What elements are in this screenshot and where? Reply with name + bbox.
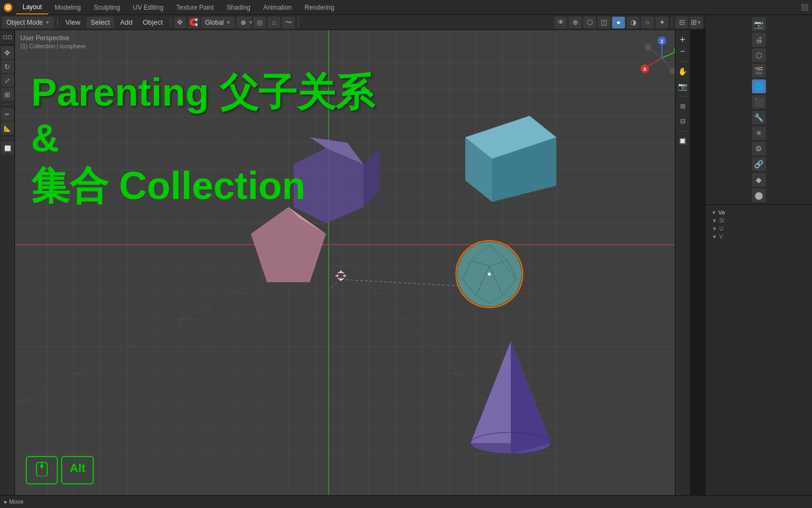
annotate-tool[interactable]: ✏ — [1, 108, 14, 121]
camera-view-btn[interactable]: 📷 — [676, 80, 689, 93]
move-tool-icon[interactable]: ✥ — [174, 17, 186, 28]
sl-section: ▼ Sl — [707, 217, 810, 225]
physics-icon[interactable]: ⚙ — [752, 142, 766, 156]
separator2 — [170, 18, 171, 27]
pivot-selector[interactable]: ⊕▼ — [236, 17, 251, 28]
transform-selector[interactable]: Global ▼ — [201, 17, 235, 28]
tab-rendering[interactable]: Rendering — [298, 0, 340, 14]
object-menu[interactable]: Object — [138, 17, 167, 28]
mode-selector[interactable]: Object Mode ▼ — [2, 17, 54, 28]
top-tabs-bar: Layout Modeling Sculpting UV Editing Tex… — [0, 0, 812, 15]
toolbar-separator2 — [3, 138, 12, 138]
viewport-label: User Perspective (1) Collection | Icosph… — [20, 34, 86, 49]
rendered-shading[interactable]: ○ — [641, 17, 654, 28]
world-props-icon[interactable]: 🌐 — [752, 79, 766, 93]
svg-line-86 — [649, 48, 662, 58]
key-middle-mouse — [26, 456, 58, 484]
constraints-icon[interactable]: 🔗 — [752, 157, 766, 171]
viewport-3d[interactable]: User Perspective (1) Collection | Icosph… — [15, 30, 690, 495]
view-menu[interactable]: View — [61, 17, 85, 28]
tab-shading[interactable]: Shading — [220, 0, 257, 14]
nav-sep3 — [678, 131, 688, 131]
xray-toggle[interactable]: ◫ — [598, 17, 610, 28]
proportional-curve[interactable]: 〜 — [282, 17, 295, 28]
separator4 — [672, 18, 672, 27]
svg-line-78 — [646, 58, 662, 68]
visibility-icon[interactable]: 👁 — [554, 17, 567, 28]
key-display: Alt — [26, 456, 94, 484]
separator3 — [298, 18, 299, 27]
separator — [57, 18, 58, 27]
svg-point-2 — [7, 6, 9, 9]
gizmo-icon[interactable]: ⊕ — [569, 17, 582, 28]
move-label[interactable]: ▸ Move — [4, 498, 24, 505]
add-cube-tool[interactable]: ⬜ — [1, 142, 14, 154]
add-menu[interactable]: Add — [116, 17, 137, 28]
view-layer-icon[interactable]: ⬡ — [752, 48, 766, 62]
zoom-out-btn[interactable]: − — [676, 45, 689, 58]
svg-line-43 — [15, 245, 329, 406]
zoom-in-btn[interactable]: + — [676, 33, 689, 46]
svg-text:X: X — [643, 67, 646, 72]
ve-section: ▼ Ve — [707, 207, 810, 217]
select-menu[interactable]: Select — [86, 17, 114, 28]
tab-uv-editing[interactable]: UV Editing — [126, 0, 170, 14]
render-region-btn[interactable]: ⊟ — [676, 115, 689, 128]
layout-icon[interactable]: ⊟ — [675, 17, 688, 28]
data-icon[interactable]: ◆ — [752, 173, 766, 187]
scale-tool[interactable]: ⤢ — [1, 74, 14, 87]
viewport-icon[interactable]: ⊞▼ — [690, 17, 703, 28]
move-tool[interactable]: ✥ — [1, 46, 14, 59]
svg-point-90 — [40, 465, 43, 468]
output-props-icon[interactable]: 🖨 — [752, 33, 766, 47]
svg-line-42 — [329, 245, 583, 495]
right-panel: Scene ⊞ ⬜ 📷 🖨 ⬡ 🎬 🌐 ⬛ 🔧 ✳ ⚙ 🔗 ◆ ⬤ ▼ Ve ▼… — [705, 0, 812, 508]
tab-animation[interactable]: Animation — [257, 0, 298, 14]
render-icon[interactable]: ⬛ — [797, 0, 812, 14]
key-alt: Alt — [61, 456, 94, 484]
tab-sculpting[interactable]: Sculpting — [87, 0, 126, 14]
tab-modeling[interactable]: Modeling — [48, 0, 87, 14]
material-icon[interactable]: ⬤ — [752, 188, 766, 202]
viewport-right-nav: + − ✋ 📷 ⊞ ⊟ 🔲 — [675, 30, 690, 495]
svg-point-87 — [645, 44, 651, 50]
bottom-bar: ▸ Move — [0, 495, 812, 508]
rotate-tool[interactable]: ↻ — [1, 60, 14, 73]
left-toolbar: ⊕ ✥ ↻ ⤢ ⊞ ✏ 📐 ⬜ — [0, 30, 15, 495]
render-props-icon[interactable]: 📷 — [752, 17, 766, 31]
scene-props-icon[interactable]: 🎬 — [752, 64, 766, 78]
v-section: ▼ V — [707, 233, 810, 241]
nav-sep2 — [678, 96, 688, 97]
snap-icon[interactable]: 🧲 — [188, 17, 199, 28]
tab-layout[interactable]: Layout — [16, 0, 48, 14]
object-props-icon[interactable]: ⬛ — [752, 95, 766, 109]
solid-shading[interactable]: ● — [612, 17, 625, 28]
cube-icon — [3, 35, 12, 39]
grid-svg — [15, 30, 690, 495]
prop-content: ▼ Ve ▼ Sl ▼ U ▼ V — [705, 205, 812, 243]
eevee-icon[interactable]: ✦ — [655, 17, 668, 28]
overlay-icon[interactable]: ⬡ — [583, 17, 596, 28]
modifiers-icon[interactable]: 🔧 — [752, 111, 766, 124]
u-section: ▼ U — [707, 225, 810, 233]
collection-view-btn[interactable]: 🔲 — [676, 135, 689, 148]
nav-sep1 — [678, 61, 688, 62]
material-shading[interactable]: ◑ — [627, 17, 639, 28]
particles-icon[interactable]: ✳ — [752, 126, 766, 140]
snap-toggle[interactable]: ⌂ — [267, 17, 280, 28]
measure-tool[interactable]: 📐 — [1, 122, 14, 135]
svg-text:Z: Z — [660, 39, 664, 44]
proportional-edit[interactable]: ◎ — [253, 17, 266, 28]
3d-cursor — [336, 270, 346, 281]
pan-btn[interactable]: ✋ — [676, 65, 689, 78]
svg-line-84 — [662, 58, 672, 70]
toggle-view-btn[interactable]: ⊞ — [676, 100, 689, 113]
tab-texture-paint[interactable]: Texture Paint — [170, 0, 220, 14]
toolbar-separator — [3, 104, 12, 105]
header-bar: Object Mode ▼ View Select Add Object ✥ 🧲… — [0, 15, 705, 30]
icon-toolbar — [0, 30, 15, 45]
properties-icons: 📷 🖨 ⬡ 🎬 🌐 ⬛ 🔧 ✳ ⚙ 🔗 ◆ ⬤ — [705, 15, 812, 205]
blender-logo[interactable] — [0, 0, 16, 14]
transform-tool[interactable]: ⊞ — [1, 88, 14, 101]
